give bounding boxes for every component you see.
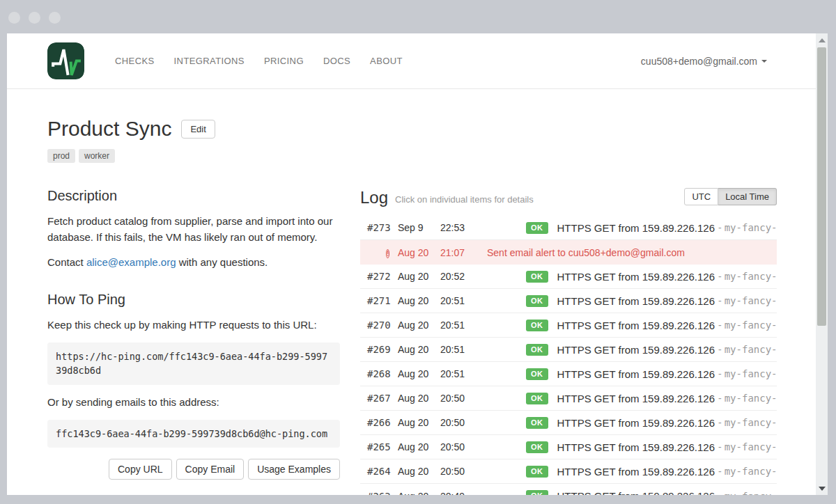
log-entry-slug: my-fancy-sy... [725,368,777,379]
log-entry-message: HTTPS GET from 159.89.226.126 [557,466,715,478]
top-navbar: CHECKS INTEGRATIONS PRICING DOCS ABOUT c… [7,33,816,89]
log-entry-message: HTTPS GET from 159.89.226.126 [557,222,715,234]
log-entry-row[interactable]: #266 Aug 20 20:50 OK HTTPS GET from 159.… [360,411,777,435]
log-entry-separator: - [718,320,722,331]
status-ok-badge: OK [526,344,548,356]
log-entry-slug: my-fancy-sy... [725,491,777,496]
window-control-dot [8,12,20,24]
log-entry-time: 20:51 [440,320,475,331]
edit-button[interactable]: Edit [181,120,215,139]
log-entry-row[interactable]: #273 Sep 9 22:53 OK HTTPS GET from 159.8… [360,216,777,240]
contact-email-link[interactable]: alice@example.org [86,256,176,268]
nav-link-integrations[interactable]: INTEGRATIONS [164,49,254,73]
description-heading: Description [47,188,340,204]
ping-actions: Copy URL Copy Email Usage Examples [47,459,340,480]
log-entry-date: Aug 20 [398,368,440,379]
timezone-utc-button[interactable]: UTC [684,188,718,205]
nav-link-docs[interactable]: DOCS [314,49,360,73]
account-menu[interactable]: cuu508+demo@gmail.com [641,56,767,67]
log-entry-date: Aug 20 [398,271,440,282]
log-entry-number: #270 [367,320,398,331]
log-entry-slug: my-fancy-sy... [725,344,777,355]
log-entry-time: 20:49 [440,491,475,496]
log-entry-number: #272 [367,271,398,282]
timezone-local-time-button[interactable]: Local Time [718,188,777,205]
log-entry-time: 20:51 [440,368,475,379]
log-entry-message: HTTPS GET from 159.89.226.126 [557,368,715,380]
log-alert-message: Sent email alert to cuu508+demo@gmail.co… [487,247,685,258]
log-entry-row[interactable]: #264 Aug 20 20:50 OK HTTPS GET from 159.… [360,459,777,484]
log-entry-time: 20:50 [440,393,475,404]
page-title: Product Sync [47,117,171,141]
nav-links: CHECKS INTEGRATIONS PRICING DOCS ABOUT [105,49,412,73]
scrollbar-up-arrow-icon[interactable] [816,34,828,46]
scrollbar-thumb[interactable] [817,47,826,326]
nav-link-checks[interactable]: CHECKS [105,49,164,73]
alert-exclamation-icon: ! [386,249,389,258]
email-ping-label: Or by sending emails to this address: [47,395,340,411]
browser-window: CHECKS INTEGRATIONS PRICING DOCS ABOUT c… [7,33,828,495]
log-entry-number: #268 [367,368,398,379]
log-entry-message: HTTPS GET from 159.89.226.126 [557,393,715,404]
status-ok-badge: OK [526,222,548,234]
status-ok-badge: OK [526,368,548,380]
copy-email-button[interactable]: Copy Email [176,459,245,480]
log-entry-number: #267 [367,393,398,404]
status-ok-badge: OK [526,295,548,307]
log-entry-time: 20:52 [440,271,475,282]
log-entry-row[interactable]: #268 Aug 20 20:51 OK HTTPS GET from 159.… [360,362,777,386]
vertical-scrollbar[interactable] [816,33,828,495]
log-entry-number: #263 [367,491,398,496]
log-entry-row[interactable]: #271 Aug 20 20:51 OK HTTPS GET from 159.… [360,289,777,313]
log-entry-date: Aug 20 [398,344,440,355]
log-entry-row[interactable]: #272 Aug 20 20:52 OK HTTPS GET from 159.… [360,265,777,289]
log-entry-date: Aug 20 [398,491,440,496]
log-entry-row[interactable]: #263 Aug 20 20:49 OK HTTPS GET from 159.… [360,484,777,495]
log-entry-slug: my-fancy-sy... [725,222,777,233]
http-ping-label: Keep this check up by making HTTP reques… [47,317,340,333]
log-entry-separator: - [718,271,722,282]
tag-badge: prod [47,149,75,163]
log-entry-date: Sep 9 [398,222,440,233]
log-entry-message: HTTPS GET from 159.89.226.126 [557,441,715,453]
log-entry-time: 21:07 [440,247,475,258]
window-control-dot [49,12,61,24]
log-entry-number: #271 [367,295,398,306]
log-entry-slug: my-fancy-sy... [725,441,777,452]
log-heading: Log [360,188,388,207]
log-entry-slug: my-fancy-sy... [725,393,777,404]
log-entry-message: HTTPS GET from 159.89.226.126 [557,417,715,429]
log-entry-separator: - [718,417,722,428]
log-subtitle: Click on individual items for details [395,194,534,205]
app-logo-icon[interactable] [47,42,84,79]
log-entry-row[interactable]: #265 Aug 20 20:50 OK HTTPS GET from 159.… [360,435,777,459]
log-entry-row[interactable]: #270 Aug 20 20:51 OK HTTPS GET from 159.… [360,313,777,338]
log-entry-time: 22:53 [440,222,475,233]
log-alert-row[interactable]: ! Aug 20 21:07 Sent email alert to cuu50… [360,240,777,265]
log-entry-number: #273 [367,222,398,233]
log-entry-time: 20:51 [440,295,475,306]
log-entry-date: Aug 20 [398,247,440,258]
scrollbar-down-arrow-icon[interactable] [816,482,828,494]
log-entry-slug: my-fancy-sy... [725,271,777,282]
log-entry-row[interactable]: #269 Aug 20 20:51 OK HTTPS GET from 159.… [360,338,777,362]
nav-link-pricing[interactable]: PRICING [254,49,314,73]
log-entry-message: HTTPS GET from 159.89.226.126 [557,320,715,331]
log-entry-message: HTTPS GET from 159.89.226.126 [557,344,715,356]
log-entry-date: Aug 20 [398,417,440,428]
log-entry-time: 20:50 [440,466,475,477]
nav-link-about[interactable]: ABOUT [360,49,412,73]
contact-line: Contact alice@example.org with any quest… [47,255,340,271]
timezone-toggle: UTC Local Time [684,188,777,205]
log-entry-row[interactable]: #267 Aug 20 20:50 OK HTTPS GET from 159.… [360,386,777,411]
tag-badge: worker [79,149,115,163]
log-entry-separator: - [718,441,722,452]
log-entry-message: HTTPS GET from 159.89.226.126 [557,490,715,495]
log-entry-number: #266 [367,417,398,428]
status-ok-badge: OK [526,320,548,331]
log-entry-time: 20:51 [440,344,475,355]
copy-url-button[interactable]: Copy URL [109,459,172,480]
log-entry-date: Aug 20 [398,441,440,452]
usage-examples-button[interactable]: Usage Examples [248,459,340,480]
status-ok-badge: OK [526,271,548,283]
